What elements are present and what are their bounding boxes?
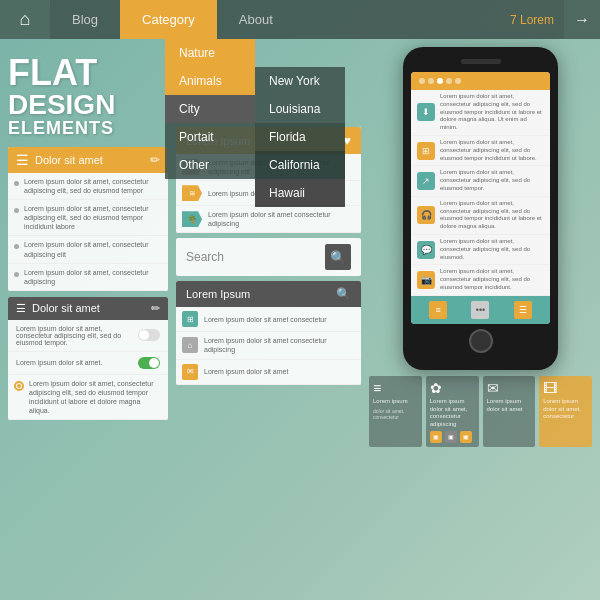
dropdown-california[interactable]: California xyxy=(255,151,345,179)
phone-home-button[interactable] xyxy=(469,329,493,353)
nav-about[interactable]: About xyxy=(217,0,295,39)
search-input[interactable]: Search xyxy=(186,250,317,264)
nav-next-button[interactable]: → xyxy=(564,0,600,39)
right-panel: ⬇ Lorem ipsum dolor sit amet, consectetu… xyxy=(369,47,592,592)
search-box: Search 🔍 xyxy=(176,238,361,276)
tile-mail-icon: ✉ xyxy=(487,380,499,396)
arrow-right-icon: → xyxy=(574,11,590,29)
tile-icon-row: ▣ ▣ ▣ xyxy=(430,431,472,443)
phone-screen: ⬇ Lorem ipsum dolor sit amet, consectetu… xyxy=(411,72,550,324)
toggle-item: Lorem ipsum dolor sit amet, consectetur … xyxy=(8,320,168,352)
dropdown-hawaii[interactable]: Hawaii xyxy=(255,179,345,207)
edit-icon[interactable]: ✏ xyxy=(150,153,160,167)
tile-video-icon: 🎞 xyxy=(543,380,557,396)
toggle-switch[interactable] xyxy=(138,329,160,341)
dropdown-nature[interactable]: Nature xyxy=(165,39,255,67)
arrow-shape-teal: 🌴 xyxy=(182,211,202,227)
dropdown-animals[interactable]: Animals xyxy=(165,67,255,95)
list-dot xyxy=(14,208,19,213)
phone-row-icon-6: 📷 xyxy=(417,271,435,289)
list-dot xyxy=(14,272,19,277)
phone-row: 🎧 Lorem ipsum dolor sit amet, consectetu… xyxy=(411,197,550,235)
phone-row-icon-2: ⊞ xyxy=(417,142,435,160)
menu-icon: ☰ xyxy=(16,152,29,168)
phone-row: ⬇ Lorem ipsum dolor sit amet, consectetu… xyxy=(411,90,550,136)
list-dot xyxy=(14,244,19,249)
phone-dot xyxy=(446,78,452,84)
search-button[interactable]: 🔍 xyxy=(325,244,351,270)
tile-small-icon: ▣ xyxy=(460,431,472,443)
edit-icon-2[interactable]: ✏ xyxy=(151,302,160,315)
arrow-item: 🌴 Lorem ipsum dolor sit amet consectetur… xyxy=(176,206,361,233)
dropdown-other[interactable]: Other xyxy=(165,151,255,179)
tile-small-icon: ▣ xyxy=(430,431,442,443)
nav-lorem-count: 7 Lorem xyxy=(510,13,564,27)
grid-icon: ⊞ xyxy=(182,311,198,327)
phone-dot xyxy=(419,78,425,84)
toggle-switch[interactable] xyxy=(138,357,160,369)
radio-button[interactable] xyxy=(14,381,24,391)
search-icon: 🔍 xyxy=(330,250,346,265)
lorem-header-2: Lorem Ipsum 🔍 xyxy=(176,281,361,307)
left-panel: FLAT DESIGN ELEMENTS ☰ Dolor sit amet ✏ … xyxy=(8,47,168,592)
phone-row-icon-4: 🎧 xyxy=(417,206,435,224)
phone-row: ↗ Lorem ipsum dolor sit amet, consectetu… xyxy=(411,166,550,196)
dropdown-menu: Nature Animals City Portait Other New Yo… xyxy=(165,39,345,207)
dropdown-col1: Nature Animals City Portait Other xyxy=(165,39,255,207)
tile-2: ✿ Lorem ipsum dolor sit amet, consectetu… xyxy=(426,376,479,447)
lorem-panel-2: Lorem Ipsum 🔍 ⊞ Lorem ipsum dolor sit am… xyxy=(176,281,361,384)
lorem-item: ⌂ Lorem ipsum dolor sit amet consectetur… xyxy=(176,332,361,359)
tile-4: 🎞 Lorem ipsum dolor sit amet, consectetu… xyxy=(539,376,592,447)
list-item: Lorem ipsum dolor sit amet, consectetur … xyxy=(8,200,168,236)
bottom-tiles: ≡ Lorem ipsum dolor sit amet, consectetu… xyxy=(369,376,592,447)
menu-icon-2: ☰ xyxy=(16,302,26,315)
phone-mockup: ⬇ Lorem ipsum dolor sit amet, consectetu… xyxy=(403,47,558,370)
dropdown-city[interactable]: City xyxy=(165,95,255,123)
phone-row-icon-5: 💬 xyxy=(417,241,435,259)
phone-dot xyxy=(428,78,434,84)
list-header-1: ☰ Dolor sit amet ✏ xyxy=(8,147,168,173)
dropdown-louisiana[interactable]: Louisiana xyxy=(255,95,345,123)
toggle-header: ☰ Dolor sit amet ✏ xyxy=(8,297,168,320)
phone-dot xyxy=(455,78,461,84)
phone-row-icon: ⬇ xyxy=(417,103,435,121)
list-dot xyxy=(14,181,19,186)
flat-design-title: FLAT DESIGN ELEMENTS xyxy=(8,55,168,137)
nav-category[interactable]: Category xyxy=(120,0,217,39)
navbar: ⌂ Blog Category About 7 Lorem → xyxy=(0,0,600,39)
list-item: Lorem ipsum dolor sit amet, consectetur … xyxy=(8,264,168,291)
phone-bottom-bar: ≡ ••• ☰ xyxy=(411,296,550,324)
phone-bottom-icon-1[interactable]: ≡ xyxy=(429,301,447,319)
lorem-item: ✉ Lorem ipsum dolor sit amet xyxy=(176,360,361,385)
home-small-icon: ⌂ xyxy=(182,337,198,353)
list-panel-1: ☰ Dolor sit amet ✏ Lorem ipsum dolor sit… xyxy=(8,147,168,291)
search-small-icon: 🔍 xyxy=(336,287,351,301)
list-item: Lorem ipsum dolor sit amet, consectetur … xyxy=(8,173,168,200)
list-item: Lorem ipsum dolor sit amet, consectetur … xyxy=(8,236,168,263)
nav-blog[interactable]: Blog xyxy=(50,0,120,39)
phone-row: 📷 Lorem ipsum dolor sit amet, consectetu… xyxy=(411,265,550,295)
toggle-panel: ☰ Dolor sit amet ✏ Lorem ipsum dolor sit… xyxy=(8,297,168,420)
phone-row-icon-3: ↗ xyxy=(417,172,435,190)
dropdown-col2: New York Louisiana Florida California Ha… xyxy=(255,67,345,207)
nav-home-button[interactable]: ⌂ xyxy=(0,0,50,39)
phone-row: 💬 Lorem ipsum dolor sit amet, consectetu… xyxy=(411,235,550,265)
tile-small-icon: ▣ xyxy=(445,431,457,443)
home-icon: ⌂ xyxy=(20,9,31,30)
dropdown-portait[interactable]: Portait xyxy=(165,123,255,151)
phone-top-bar xyxy=(411,72,550,90)
toggle-item: Lorem ipsum dolor sit amet. xyxy=(8,352,168,375)
tile-1: ≡ Lorem ipsum dolor sit amet, consectetu… xyxy=(369,376,422,447)
phone-dot-active xyxy=(437,78,443,84)
phone-row: ⊞ Lorem ipsum dolor sit amet, consectetu… xyxy=(411,136,550,166)
tile-flower-icon: ✿ xyxy=(430,380,442,396)
radio-item: Lorem ipsum dolor sit amet, consectetur … xyxy=(8,375,168,420)
dropdown-florida[interactable]: Florida xyxy=(255,123,345,151)
lorem-item: ⊞ Lorem ipsum dolor sit amet consectetur xyxy=(176,307,361,332)
phone-bottom-icon-2[interactable]: ••• xyxy=(471,301,489,319)
tile-3: ✉ Lorem ipsum dolor sit amet xyxy=(483,376,536,447)
tile-menu-icon: ≡ xyxy=(373,380,381,396)
dropdown-newyork[interactable]: New York xyxy=(255,67,345,95)
phone-bottom-icon-3[interactable]: ☰ xyxy=(514,301,532,319)
phone-speaker xyxy=(461,59,501,64)
